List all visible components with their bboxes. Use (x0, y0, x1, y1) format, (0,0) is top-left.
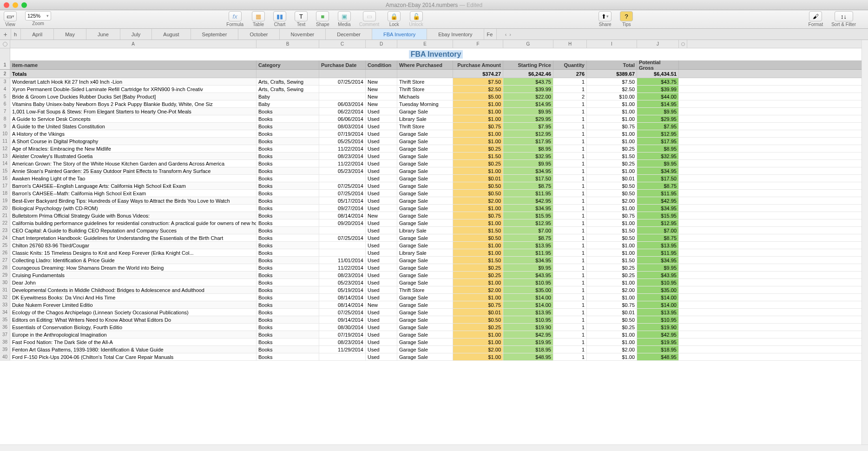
cell-gross[interactable]: $19.90 (637, 324, 679, 331)
cell-date[interactable]: 05/25/2014 (319, 138, 366, 145)
table-button[interactable]: ▦ (252, 11, 265, 21)
cell-total[interactable]: $0.01 (587, 175, 637, 182)
cell-item[interactable]: CEO Capital: A Guide to Building CEO Rep… (10, 227, 256, 234)
cell-total[interactable]: $7.50 (587, 78, 637, 85)
cell-gross[interactable]: $34.95 (637, 167, 679, 174)
cell-date[interactable]: 07/19/2014 (319, 331, 366, 338)
cell-category[interactable]: Books (256, 338, 319, 345)
cell-gross[interactable]: $43.95 (637, 272, 679, 279)
cell-total[interactable]: $1.00 (587, 100, 637, 107)
cell-qty[interactable]: 1 (553, 279, 587, 286)
tab-nav[interactable]: ‹› (497, 29, 519, 40)
select-all-corner[interactable] (0, 40, 10, 48)
row-header[interactable]: 34 (0, 309, 10, 316)
cell-total[interactable]: $1.50 (587, 227, 637, 234)
cell-where[interactable]: Garage Sale (397, 338, 453, 345)
cell-condition[interactable]: Used (366, 338, 397, 345)
cell-condition[interactable]: Used (366, 272, 397, 279)
cell-category[interactable]: Books (256, 130, 319, 137)
cell-condition[interactable]: Used (366, 190, 397, 197)
cell-category[interactable]: Arts, Crafts, Sewing (256, 78, 319, 85)
cell-where[interactable]: Garage Sale (397, 219, 453, 226)
row-header[interactable]: 14 (0, 160, 10, 167)
header-price[interactable]: Starting Price (503, 60, 553, 69)
cell-gross[interactable]: $17.50 (637, 175, 679, 182)
cell-price[interactable]: $9.95 (503, 160, 553, 167)
cell-qty[interactable]: 1 (553, 257, 587, 264)
cell-item[interactable]: Barron's CAHSEE--Math: California High S… (10, 190, 256, 197)
cell-category[interactable]: Baby (256, 93, 319, 100)
cell-price[interactable]: $15.95 (503, 212, 553, 219)
cell-amount[interactable]: $1.00 (453, 219, 503, 226)
cell-price[interactable]: $10.95 (503, 316, 553, 323)
header-date[interactable]: Purchase Date (319, 60, 366, 69)
cell-total[interactable]: $1.00 (587, 279, 637, 286)
cell-where[interactable]: Garage Sale (397, 301, 453, 308)
cell-amount[interactable]: $1.00 (453, 294, 503, 301)
row-header[interactable]: 25 (0, 242, 10, 249)
cell-qty[interactable]: 1 (553, 205, 587, 212)
cell-item[interactable]: A History of the Vikings (10, 130, 256, 137)
cell-condition[interactable]: Used (366, 346, 397, 353)
cell-price[interactable]: $14.00 (503, 301, 553, 308)
cell-gross[interactable]: $29.95 (637, 115, 679, 122)
cell-amount[interactable]: $0.75 (453, 212, 503, 219)
cell-gross[interactable]: $7.95 (637, 123, 679, 130)
cell-category[interactable]: Books (256, 286, 319, 293)
row-header[interactable]: 33 (0, 301, 10, 308)
cell-total[interactable]: $1.00 (587, 338, 637, 345)
cell-condition[interactable]: Used (366, 324, 397, 331)
cell-where[interactable]: Garage Sale (397, 316, 453, 323)
cell-where[interactable]: Thrift Store (397, 123, 453, 130)
cell-condition[interactable]: Used (366, 205, 397, 212)
cell-category[interactable]: Baby (256, 100, 319, 107)
cell-condition[interactable]: New (366, 93, 397, 100)
cell-where[interactable]: Library Sale (397, 227, 453, 234)
cell-date[interactable]: 07/25/2014 (319, 234, 366, 241)
cell-item[interactable]: Bride & Groom Love Duckies Rubber Ducks … (10, 93, 256, 100)
cell-total[interactable]: $0.01 (587, 309, 637, 316)
cell-amount[interactable]: $1.00 (453, 100, 503, 107)
cell-amount[interactable]: $5.00 (453, 93, 503, 100)
cell-qty[interactable]: 1 (553, 190, 587, 197)
sheet-tab[interactable]: November (280, 29, 326, 40)
column-header[interactable]: J (637, 40, 679, 48)
cell-date[interactable]: 07/25/2014 (319, 309, 366, 316)
cell-price[interactable]: $48.95 (503, 353, 553, 360)
cell-category[interactable]: Books (256, 264, 319, 271)
cell-item[interactable]: 1,001 Low-Fat Soups & Stews: From Elegan… (10, 108, 256, 115)
row-header[interactable]: 27 (0, 257, 10, 264)
cell-price[interactable]: $14.00 (503, 294, 553, 301)
cell-item[interactable]: A Short Course in Digital Photography (10, 138, 256, 145)
cell-date[interactable] (319, 93, 366, 100)
cell-price[interactable]: $35.00 (503, 286, 553, 293)
cell-condition[interactable]: Used (366, 353, 397, 360)
cell-amount[interactable]: $0.50 (453, 190, 503, 197)
cell-date[interactable] (319, 227, 366, 234)
sheet-tab[interactable]: May (54, 29, 86, 40)
cell-price[interactable]: $19.95 (503, 338, 553, 345)
cell-total[interactable]: $0.50 (587, 190, 637, 197)
cell-qty[interactable]: 1 (553, 234, 587, 241)
cell-total[interactable]: $1.00 (587, 167, 637, 174)
cell-amount[interactable]: $1.00 (453, 331, 503, 338)
cell-condition[interactable]: Used (366, 123, 397, 130)
cell-date[interactable] (319, 86, 366, 93)
cell-gross[interactable]: $13.95 (637, 309, 679, 316)
header-item[interactable]: item-name (10, 60, 256, 69)
cell-where[interactable]: Garage Sale (397, 138, 453, 145)
close-icon[interactable] (4, 2, 9, 8)
cell-price[interactable]: $12.95 (503, 219, 553, 226)
cell-where[interactable]: Thrift Store (397, 78, 453, 85)
cell-date[interactable]: 11/22/2014 (319, 264, 366, 271)
cell-gross[interactable]: $11.95 (637, 249, 679, 256)
cell-amount[interactable]: $1.00 (453, 279, 503, 286)
totals-total[interactable]: $389.67 (587, 70, 637, 78)
horizontal-scrollbar[interactable] (0, 444, 868, 451)
cell-category[interactable]: Books (256, 279, 319, 286)
row-header[interactable]: 4 (0, 86, 10, 93)
cell-qty[interactable]: 1 (553, 294, 587, 301)
cell-gross[interactable]: $12.95 (637, 219, 679, 226)
cell-total[interactable]: $0.50 (587, 234, 637, 241)
add-sheet-button[interactable]: + (0, 29, 11, 40)
